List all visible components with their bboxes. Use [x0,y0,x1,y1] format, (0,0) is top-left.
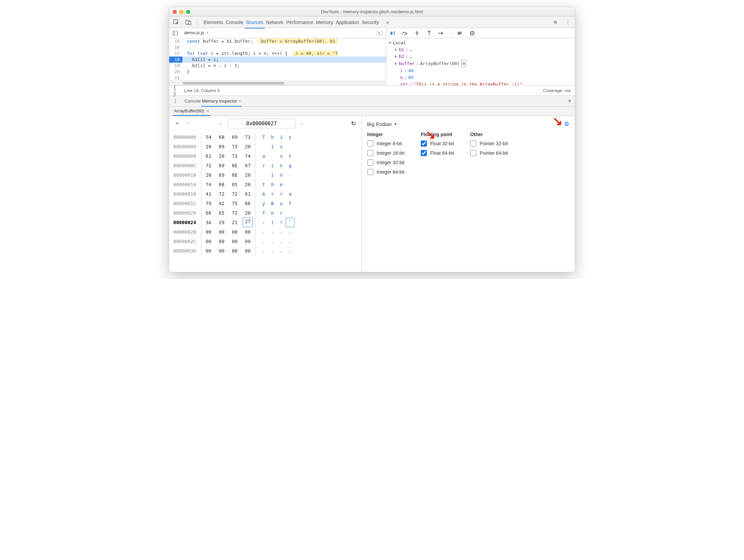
step-over-icon[interactable] [401,29,409,37]
hex-row[interactable]: 0000003000000000.... [173,246,357,256]
type-label: Pointer 64-bit [480,150,508,156]
hex-row[interactable]: 0000000420697320 is [173,142,357,151]
code-pane: demo-js.js × 15const buffer = b1.buffer;… [169,28,386,85]
scope-variable[interactable]: b2: … [389,53,572,60]
hex-row[interactable]: 0000001841727261Arra [173,189,357,199]
annotation-arrow-icon: ↘ [425,128,436,142]
deactivate-breakpoints-icon[interactable] [456,29,464,37]
type-checkbox[interactable] [421,150,427,156]
window-title: DevTools - memory-inspector.glitch.me/de… [169,9,575,14]
type-checkbox[interactable] [367,159,373,166]
run-snippet-icon[interactable] [376,29,383,37]
hex-row[interactable]: 0000002C00000000.... [173,237,357,246]
scope-variable[interactable]: b1: … [389,46,572,53]
close-icon[interactable]: × [206,30,209,35]
code-line[interactable]: 20} [169,69,386,75]
tab-memory[interactable]: Memory [315,17,335,28]
code-line[interactable]: 21 [169,75,386,81]
type-checkbox[interactable] [367,169,373,175]
prev-page-icon[interactable]: ‹ [217,120,224,127]
hex-row[interactable]: 0000001C79427566yBuf [173,199,357,208]
type-checkbox[interactable] [470,141,476,147]
step-icon[interactable] [438,29,445,37]
reveal-memory-icon[interactable]: ⧉ [461,60,466,67]
hex-row[interactable]: 0000001474686520the [173,180,357,189]
scope-variable[interactable]: str: "This is a string in the ArrayBuffe… [389,81,572,85]
svg-rect-2 [189,21,191,25]
undo-icon[interactable]: ↶ [173,120,181,127]
resume-icon[interactable] [389,29,396,37]
drawer-tab-memory-inspector[interactable]: Memory Inspector × [201,96,242,107]
drawer-more-icon[interactable]: ⋮ [173,98,178,104]
navigator-icon[interactable] [171,29,179,37]
hex-row[interactable]: 0000000861207374a st [173,151,357,161]
scope-variable[interactable]: buffer: ArrayBuffer(60) ⧉ [389,60,572,67]
hex-row[interactable]: 0000000C72696E67ring [173,161,357,170]
tab-sources[interactable]: Sources [245,17,265,28]
type-label: Integer 8-bit [377,141,402,146]
tabs-overflow[interactable]: » [385,17,390,28]
type-option[interactable]: Integer 16-bit [367,150,405,156]
hex-row[interactable]: 0000002066657220fer [173,208,357,218]
tab-application[interactable]: Application [334,17,360,28]
hex-row[interactable]: 0000001020696E20 in [173,170,357,180]
type-group-header: Other [470,132,508,137]
horizontal-scrollbar[interactable] [169,81,386,85]
hex-row[interactable]: 0000002800000000.... [173,227,357,237]
drawer-close-icon[interactable]: × [568,98,571,105]
type-option[interactable]: Float 64-bit [421,150,454,156]
svg-point-8 [417,34,418,35]
code-editor[interactable]: 15const buffer = b1.buffer; buffer = Arr… [169,38,386,81]
step-out-icon[interactable] [425,29,433,37]
device-icon[interactable] [185,19,192,26]
endian-label: Big Endian [367,121,392,127]
debugger-toolbar [386,28,575,38]
code-line[interactable]: 18 b1[i] = i; [169,57,386,63]
step-into-icon[interactable] [413,29,421,37]
scope-local-header[interactable]: Local [389,40,572,46]
scope-panel[interactable]: Localb1: …b2: …buffer: ArrayBuffer(60) ⧉… [386,38,575,85]
close-icon[interactable]: × [206,108,209,113]
scope-variable[interactable]: i: 40 [389,67,572,74]
type-checkbox[interactable] [367,141,373,147]
hex-viewer-pane: ↶ ↷ ‹ › ↻ 0000000054686973This0000000420… [169,116,362,272]
endianness-select[interactable]: Big Endian ▼ [367,121,397,127]
memory-inspector-body: ↶ ↷ ‹ › ↻ 0000000054686973This0000000420… [169,116,575,272]
inspect-icon[interactable] [173,19,180,26]
tab-security[interactable]: Security [360,17,380,28]
pretty-print-icon[interactable]: { } [173,87,181,94]
type-option[interactable]: Integer 32-bit [367,159,405,166]
code-line[interactable]: 15const buffer = b1.buffer; buffer = Arr… [169,38,386,44]
more-icon[interactable]: ⋮ [564,19,571,26]
code-line[interactable]: 16 [169,44,386,50]
tab-performance[interactable]: Performance [285,17,314,28]
hex-row[interactable]: 0000000054686973This [173,132,357,142]
refresh-icon[interactable]: ↻ [350,120,357,127]
hex-row[interactable]: 000000243A292127:)!' [173,218,357,227]
hex-grid[interactable]: 0000000054686973This0000000420697320 is … [169,131,362,272]
tab-elements[interactable]: Elements [202,17,224,28]
next-page-icon[interactable]: › [299,120,306,127]
devtools-window: DevTools - memory-inspector.glitch.me/de… [169,7,575,272]
address-input[interactable] [228,119,296,128]
type-checkbox[interactable] [470,150,476,156]
drawer-tab-console[interactable]: Console [184,96,201,106]
type-option[interactable]: Integer 64-bit [367,169,405,175]
code-line[interactable]: 19 b2[i] = n - i - 1; [169,63,386,69]
type-group-header: Integer [367,132,405,137]
type-checkbox[interactable] [367,150,373,156]
tab-console[interactable]: Console [224,17,244,28]
type-option[interactable]: Pointer 64-bit [470,150,508,156]
scope-variable[interactable]: n: 60 [389,74,572,81]
pause-exceptions-icon[interactable] [468,29,476,37]
value-types-settings-icon[interactable]: ⚙ [564,120,569,128]
code-line[interactable]: 17for (var i = str.length; i < n; ++i) {… [169,50,386,57]
redo-icon[interactable]: ↷ [184,120,192,127]
type-option[interactable]: Integer 8-bit [367,141,405,147]
settings-gear-icon[interactable]: ⚙ [552,19,559,26]
file-tab-demo-js[interactable]: demo-js.js × [181,29,212,37]
close-icon[interactable]: × [237,99,241,104]
tab-network[interactable]: Network [265,17,285,28]
mi-tab-arraybuffer[interactable]: ArrayBuffer(60) × [173,107,211,116]
type-option[interactable]: Pointer 32-bit [470,141,508,147]
